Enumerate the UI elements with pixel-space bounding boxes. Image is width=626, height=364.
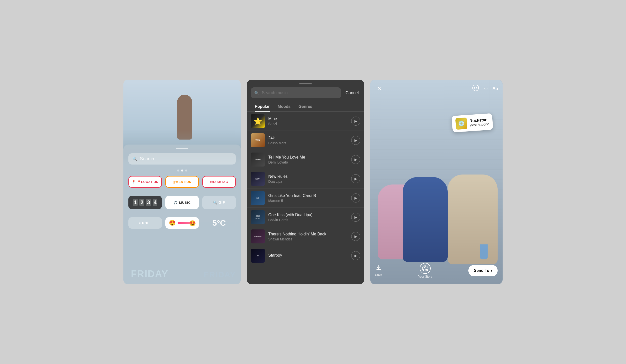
play-button-mine[interactable]: ▶ [351,117,360,126]
sticker-music[interactable]: 🎵 MUSIC [165,196,199,209]
send-to-button[interactable]: Send To › [468,265,498,276]
page-dots [123,170,241,172]
save-button[interactable]: Save [375,265,382,277]
song-title: Starboy [268,253,348,258]
sticker-counter[interactable]: 1 2 3 4 [128,196,162,209]
song-info-calvin: One Kiss (with Dua Lipa) Calvin Harris [268,213,348,222]
sticker-location[interactable]: 📍 📍LOCATION [128,176,162,188]
sticker-grid-row1: 📍 📍LOCATION @MENTION #HASHTAG [123,176,241,188]
close-button[interactable]: ✕ [375,84,384,93]
song-item-mine[interactable]: ⭐ Mine Bazzi ▶ [247,112,364,131]
svg-point-1 [474,87,475,88]
song-item-24k[interactable]: 24K 24k Bruno Mars ▶ [247,131,364,150]
story-header-controls: ✏ Aa [471,84,498,93]
play-button-maroon[interactable]: ▶ [351,193,360,202]
chevron-right-icon: › [491,268,492,273]
save-label: Save [375,273,382,277]
song-item-starboy[interactable]: ★ Starboy ▶ [247,246,364,265]
counter-label: 1 2 3 4 [133,199,158,206]
sticker-temperature: 5°C [212,218,226,228]
person-silhouette-3 [448,175,498,264]
album-art-24k: 24K [251,133,265,147]
person-silhouette-2 [403,177,448,262]
send-to-label: Send To [474,268,489,273]
emoji-slider-thumb: 😍 [189,220,196,227]
dot-3 [185,170,187,172]
your-story-button[interactable]: Your Story [418,263,432,278]
song-info-24k: 24k Bruno Mars [268,136,348,145]
play-button-dua[interactable]: ▶ [351,174,360,183]
play-button-demi[interactable]: ▶ [351,155,360,164]
play-button-calvin[interactable]: ▶ [351,213,360,222]
album-art-demi: DEMI [251,153,265,167]
text-button[interactable]: Aa [492,86,498,91]
music-label: MUSIC [179,201,191,204]
tab-popular[interactable]: Popular [251,102,274,111]
sticker-search-placeholder: Search [140,156,154,162]
story-editor-panel: ✕ ✏ Aa [370,80,503,284]
smiley-sticker-icon [472,84,479,93]
cancel-button[interactable]: Cancel [344,90,360,95]
song-item-dua[interactable]: DUA New Rules Dua Lipa ▶ [247,169,364,188]
album-art-shawn: SHAWN [251,229,265,243]
tab-moods[interactable]: Moods [274,102,295,111]
svg-point-2 [476,87,477,88]
play-button-starboy[interactable]: ▶ [351,251,360,260]
play-button-24k[interactable]: ▶ [351,136,360,145]
song-item-shawn[interactable]: SHAWN There's Nothing Holdin' Me Back Sh… [247,227,364,246]
close-icon: ✕ [377,85,381,92]
song-title: New Rules [268,174,348,179]
play-button-shawn[interactable]: ▶ [351,232,360,241]
draw-button[interactable]: ✏ [484,86,488,92]
song-info-maroon: Girls Like You feat. Cardi B Maroon 5 [268,193,348,203]
poll-label: POLL [142,221,152,225]
song-item-maroon[interactable]: M5 Girls Like You feat. Cardi B Maroon 5… [247,188,364,208]
song-item-calvin[interactable]: ONEKISS One Kiss (with Dua Lipa) Calvin … [247,208,364,227]
poll-icon: ≡ [139,221,141,225]
song-info-demi: Tell Me You Love Me Demi Lovato [268,155,348,164]
star-icon: ⭐ [254,117,262,125]
sticker-emoji-slider[interactable]: 😍 😍 [165,217,199,229]
music-search-panel: 🔍 Cancel Popular Moods Genres ⭐ Mine Baz… [247,80,364,284]
album-art-starboy: ★ [251,249,265,263]
sticker-poll[interactable]: ≡ POLL [128,217,162,229]
song-artist: Calvin Harris [268,218,348,222]
music-sticker[interactable]: 💿 Rockstar Post Malone [452,113,493,132]
story-header: ✕ ✏ Aa [370,80,503,93]
song-title: There's Nothing Holdin' Me Back [268,232,348,236]
song-title: 24k [268,136,348,140]
drag-handle[interactable] [176,148,188,149]
sticker-gif[interactable]: 🔍 GIF [202,196,236,209]
song-artist: Bazzi [268,122,348,126]
song-artist: Demi Lovato [268,160,348,164]
song-info-shawn: There's Nothing Holdin' Me Back Shawn Me… [268,232,348,241]
album-art-maroon: M5 [251,191,265,205]
song-item-demi[interactable]: DEMI Tell Me You Love Me Demi Lovato ▶ [247,150,364,169]
music-search-bar[interactable]: 🔍 [251,87,341,98]
sticker-hashtag[interactable]: #HASHTAG [202,176,236,188]
heart-eyes-icon: 😍 [169,220,176,226]
sticker-grid-row3: ≡ POLL 😍 😍 5°C [123,217,241,229]
song-title: One Kiss (with Dua Lipa) [268,213,348,217]
music-search-input[interactable] [262,90,337,95]
sticker-search-bar[interactable]: 🔍 Search [128,153,236,165]
music-note-icon: 🎵 [173,200,178,204]
your-story-icon [420,263,431,274]
gif-label: GIF [219,200,225,204]
tab-genres[interactable]: Genres [295,102,316,111]
song-info-mine: Mine Bazzi [268,117,348,126]
sticker-picker-button[interactable] [471,84,480,93]
your-story-label: Your Story [418,275,432,278]
music-drag-handle[interactable] [299,83,312,84]
pen-icon: ✏ [484,86,488,91]
sticker-album-art: 💿 [455,118,468,130]
panel1-overlay: 🔍 Search 📍 📍LOCATION @MENTION #HASHTAG [123,145,241,284]
album-art-calvin: ONEKISS [251,210,265,224]
dot-2 [181,170,183,172]
vinyl-icon: 💿 [458,120,465,127]
mention-label: @MENTION [173,180,191,184]
svg-point-3 [424,267,426,268]
emoji-slider-track[interactable]: 😍 [178,222,195,224]
sticker-mention[interactable]: @MENTION [165,176,199,188]
sticker-grid-row2: 1 2 3 4 🎵 MUSIC 🔍 GIF [123,196,241,209]
